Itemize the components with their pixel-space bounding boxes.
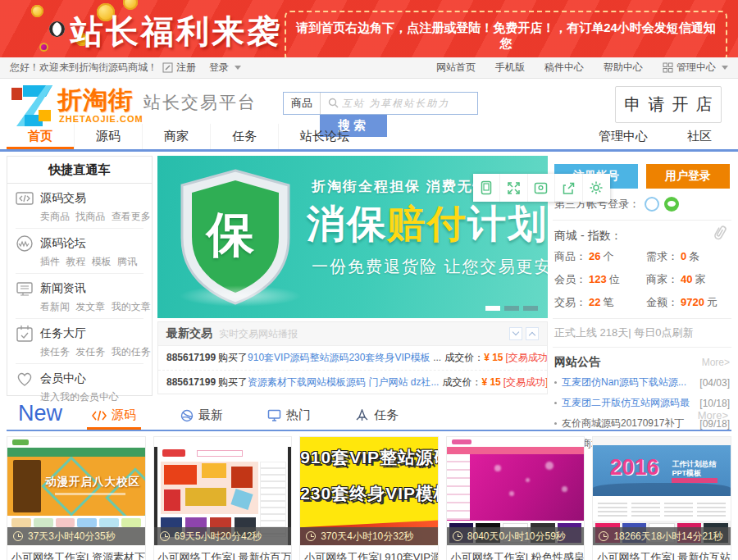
notice-more-link[interactable]: More> <box>702 357 730 368</box>
wechat-login-icon[interactable] <box>664 197 679 212</box>
carousel-dot[interactable] <box>523 306 538 311</box>
pencil-icon <box>162 62 173 73</box>
tab-source-code[interactable]: 源码 <box>87 401 141 430</box>
thumbnail-text: 工作计划总结PPT模板 <box>672 460 722 478</box>
heart-icon <box>16 370 34 388</box>
product-card[interactable]: 69天5小时20分42秒 小可网络工作室| 最新仿百万闻 <box>153 436 293 560</box>
countdown-bar: 37天3小时40分35秒 <box>7 527 145 545</box>
trade-status: [交易成功] <box>506 352 547 363</box>
promo-message: 请到首页右边角下，点注册或登陆！免费开店！，有订单24小时会发短信通知您 <box>285 11 727 57</box>
qq-login-icon[interactable] <box>645 197 659 212</box>
coin-decoration <box>49 21 65 37</box>
stats-grid: 商品：26个 需求：0条 会员：123位 商家：40家 交易：22笔 金额：97… <box>553 249 731 310</box>
open-shop-button[interactable]: 申请开店 <box>615 86 722 123</box>
nav-item-forum[interactable]: 站长论坛 <box>278 124 371 149</box>
sidebar-item-links[interactable]: 插件 教程 模板 腾讯 <box>40 255 144 269</box>
topnav-articles[interactable]: 稿件中心 <box>544 61 584 75</box>
stat-members: 会员：123位 <box>554 272 646 287</box>
promo-banner: 站长福利来袭 请到首页右边角下，点注册或登陆！免费开店！，有订单24小时会发短信… <box>0 0 738 57</box>
grid-icon <box>663 62 673 73</box>
shield-character: 保 <box>207 203 254 267</box>
trade-item-link[interactable]: 910套VIP源码整站源码230套终身VIP模板 <box>248 352 430 363</box>
product-title[interactable]: 小可网络工作室| 最新仿百万闻 <box>154 545 292 560</box>
product-title[interactable]: 小可网络工作室| 资源素材下载 <box>7 545 145 560</box>
tab-newest[interactable]: 最新 <box>175 401 228 430</box>
search-icon <box>328 98 339 108</box>
carousel-title: 消保赔付计划 <box>307 198 548 250</box>
product-card[interactable]: 8040天0小时10分59秒 小可网络工作室| 粉色性感皇后 <box>446 436 585 560</box>
paperclip-icon <box>710 221 731 244</box>
nav-item-community[interactable]: 社区 <box>667 124 731 149</box>
welcome-text: 您好！欢迎来到折淘街源码商城！ <box>10 61 157 75</box>
topnav-admin[interactable]: 管理中心 <box>663 61 728 75</box>
shield-badge: 保 <box>174 167 297 308</box>
countdown-bar: 69天5小时20分42秒 <box>154 527 292 545</box>
thumbnail-text: 910套VIP整站源码 <box>300 445 438 470</box>
topnav-home[interactable]: 网站首页 <box>436 61 476 75</box>
nav-item-home[interactable]: 首页 <box>7 124 74 149</box>
shield-glow <box>179 285 302 307</box>
new-section-tabs: New 源码 最新 热门 任务 More> <box>7 401 731 431</box>
gear-icon[interactable] <box>583 174 610 202</box>
sidebar-item-links[interactable]: 看新闻 发文章 我的文章 <box>40 300 144 314</box>
carousel-dot[interactable] <box>504 306 519 311</box>
trade-item-link[interactable]: 资源素材下载网站模板源码 门户网站 dz社... <box>248 376 439 388</box>
expand-icon[interactable] <box>500 174 527 202</box>
product-title[interactable]: 小可网络工作室| 910套VIP源码 <box>300 545 438 560</box>
sidebar-item-source-trade[interactable]: 源码交易 卖商品 找商品 查看更多 <box>16 184 144 228</box>
user-login-button[interactable]: 用户登录 <box>646 164 730 189</box>
trade-price: ¥ 15 <box>481 376 500 388</box>
search-category-select[interactable]: 商品 <box>284 93 321 114</box>
screenshot-icon[interactable] <box>528 174 555 202</box>
topnav-help[interactable]: 帮助中心 <box>604 61 643 75</box>
trades-subtitle: 实时交易网站播报 <box>219 327 298 341</box>
promo-headline: 站长福利来袭 <box>71 9 282 54</box>
chevron-down-icon <box>722 66 728 70</box>
sidebar-item-links[interactable]: 接任务 发任务 我的任务 <box>40 345 144 359</box>
clock-icon <box>599 531 608 541</box>
product-thumbnail: 2016 工作计划总结PPT模板 18266天18小时14分21秒 <box>593 437 731 545</box>
topnav-mobile[interactable]: 手机版 <box>495 61 525 75</box>
product-thumbnail: 动漫开启八大校区 37天3小时40分35秒 <box>7 437 145 545</box>
uptime-text: 正式上线 218天| 每日0点刷新 <box>553 318 731 348</box>
scroll-up-button[interactable] <box>526 327 539 340</box>
sidebar-item-links[interactable]: 卖商品 找商品 查看更多 <box>40 210 144 224</box>
nav-item-admin[interactable]: 管理中心 <box>579 124 667 149</box>
nav-item-tasks[interactable]: 任务 <box>210 124 278 149</box>
register-link[interactable]: 注册 <box>162 61 196 75</box>
new-more-link[interactable]: More> <box>698 409 728 421</box>
carousel-dot[interactable] <box>485 306 500 311</box>
sidebar-item-task-hall[interactable]: 任务大厅 接任务 发任务 我的任务 <box>16 318 144 363</box>
share-icon[interactable] <box>555 174 582 202</box>
trade-price: ¥ 15 <box>484 352 503 363</box>
product-card[interactable]: 动漫开启八大校区 37天3小时40分35秒 小可网络工作室| 资源素材下载 <box>7 436 146 560</box>
tab-hot[interactable]: 热门 <box>262 401 316 430</box>
product-title[interactable]: 小可网络工作室| 粉色性感皇后 <box>447 545 585 560</box>
countdown-bar: 370天4小时10分32秒 <box>300 527 438 545</box>
scroll-down-button[interactable] <box>509 327 522 340</box>
login-link[interactable]: 登录 <box>209 61 241 75</box>
tab-tasks[interactable]: 任务 <box>350 401 403 430</box>
trade-status: [交易成功] <box>503 376 547 388</box>
site-logo[interactable] <box>11 85 52 126</box>
user-bar: 您好！欢迎来到折淘街源码商城！ 注册 登录 网站首页 手机版 稿件中心 帮助中心… <box>0 57 738 79</box>
sidebar-item-source-forum[interactable]: 源码论坛 插件 教程 模板 腾讯 <box>16 228 144 273</box>
clock-icon <box>160 531 170 541</box>
chevron-down-icon <box>235 66 241 70</box>
search-input[interactable] <box>321 93 477 114</box>
logo-text[interactable]: 折淘街 <box>57 84 134 117</box>
notice-item[interactable]: 互麦团仿Nan源码下载站源...[04/03] <box>553 372 731 393</box>
stat-amount: 金额：9720元 <box>646 295 730 310</box>
search-area: 商品 搜索 <box>283 92 478 115</box>
product-card[interactable]: 910套VIP整站源码 230套终身VIP模板 370天4小时10分32秒 小可… <box>299 436 439 560</box>
nav-item-merchants[interactable]: 商家 <box>142 124 210 149</box>
carousel-tagline: 一份免费退货险 让您交易更安心 <box>312 256 548 278</box>
nav-item-source[interactable]: 源码 <box>74 124 142 149</box>
product-title[interactable]: 小可网络工作室| 最新仿互站二 <box>593 545 731 560</box>
phone-icon[interactable] <box>473 174 500 202</box>
sidebar-item-news[interactable]: 新闻资讯 看新闻 发文章 我的文章 <box>16 273 144 318</box>
product-card[interactable]: 2016 工作计划总结PPT模板 18266天18小时14分21秒 小可网络工作… <box>592 436 731 560</box>
stat-trades: 交易：22笔 <box>554 295 646 310</box>
bullet <box>554 381 557 384</box>
thumbnail-text: 动漫开启八大校区 <box>45 475 140 489</box>
